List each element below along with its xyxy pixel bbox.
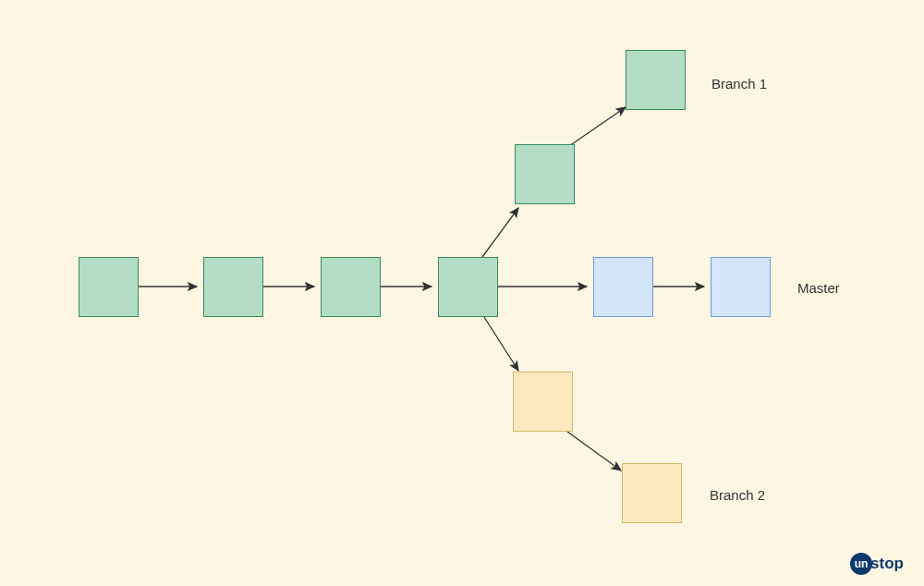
commit-node-2 [203, 257, 263, 317]
logo-circle-icon: un [850, 553, 872, 575]
master-node-1 [593, 257, 653, 317]
unstop-logo: un stop [850, 553, 904, 575]
arrow-n4-n7 [482, 208, 518, 257]
commit-node-4-fork [438, 257, 498, 317]
logo-text: stop [870, 555, 904, 573]
master-label: Master [797, 280, 840, 296]
diagram-canvas: Branch 1 Master Branch 2 un stop [0, 0, 924, 586]
master-node-2 [711, 257, 771, 317]
arrow-n9-n10 [567, 432, 621, 470]
branch1-node-1 [515, 144, 575, 204]
arrow-n7-n8 [569, 107, 626, 146]
branch1-node-2 [626, 50, 686, 110]
branch2-node-1 [513, 372, 573, 432]
commit-node-1 [79, 257, 139, 317]
branch1-label: Branch 1 [711, 76, 767, 92]
commit-node-3 [321, 257, 381, 317]
branch2-node-2 [622, 463, 682, 523]
arrow-n4-n9 [484, 317, 518, 371]
branch2-label: Branch 2 [710, 487, 765, 503]
